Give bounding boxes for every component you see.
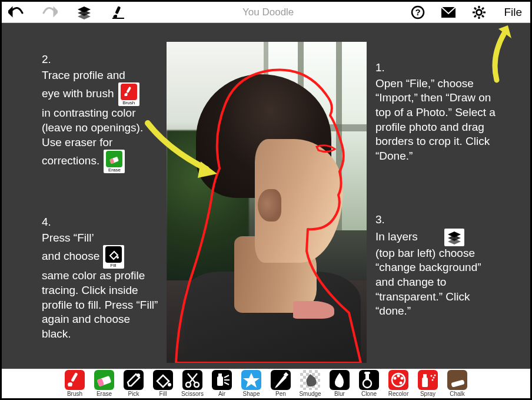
- svg-rect-33: [364, 372, 370, 374]
- svg-marker-29: [243, 373, 260, 388]
- layers-icon[interactable]: [76, 4, 92, 21]
- step1-text: Open “File,” choose “Import,” then “Draw…: [375, 77, 502, 164]
- step1-num: 1.: [375, 61, 502, 75]
- gear-icon[interactable]: [471, 4, 487, 21]
- svg-rect-1: [112, 18, 124, 19]
- brush-config-icon[interactable]: [110, 4, 127, 21]
- svg-point-5: [477, 9, 482, 15]
- instruction-step-2: 2. Trace profile and eye with brush Brus…: [42, 52, 159, 173]
- instruction-step-3: 3. In layers (top bar left) choose “chan…: [375, 213, 502, 319]
- tool-pick[interactable]: Pick: [121, 370, 147, 397]
- svg-point-42: [433, 377, 435, 379]
- svg-point-41: [431, 375, 433, 377]
- svg-line-13: [482, 8, 484, 9]
- tool-erase[interactable]: Erase: [91, 370, 117, 397]
- tool-brush[interactable]: Brush: [62, 370, 88, 397]
- tool-shape[interactable]: Shape: [238, 370, 264, 397]
- file-menu-button[interactable]: File: [501, 6, 524, 19]
- svg-point-44: [434, 375, 436, 376]
- svg-point-37: [401, 377, 404, 380]
- svg-rect-14: [126, 87, 131, 94]
- step4-text-a: Press “Fill’: [42, 232, 94, 244]
- svg-rect-28: [218, 373, 222, 376]
- svg-rect-0: [115, 6, 121, 14]
- svg-point-35: [394, 377, 397, 380]
- bottom-toolbar: BrushErasePickFillScissorsAirShapePenSmu…: [2, 369, 530, 398]
- svg-rect-39: [422, 378, 428, 387]
- layers-mini-icon: [444, 229, 464, 246]
- tool-fill[interactable]: Fill: [150, 370, 176, 397]
- tool-blur[interactable]: Blur: [327, 370, 353, 397]
- step4-text-c: same color as profile tracing. Click ins…: [42, 269, 158, 340]
- tool-spray[interactable]: Spray: [415, 370, 441, 397]
- step2-text-c: in contrasting color (leave no openings)…: [42, 107, 143, 148]
- top-toolbar: You Doodle ? File: [2, 2, 530, 23]
- tool-air[interactable]: Air: [209, 370, 235, 397]
- svg-point-38: [400, 382, 403, 385]
- redo-icon[interactable]: [42, 4, 58, 21]
- svg-point-17: [117, 256, 119, 259]
- help-icon[interactable]: ?: [410, 4, 426, 21]
- svg-rect-18: [71, 372, 78, 382]
- step2-num: 2.: [42, 52, 159, 67]
- tool-pen[interactable]: Pen: [268, 370, 294, 397]
- step3-num: 3.: [375, 213, 502, 227]
- step3-text-b: (top bar left) choose “change background…: [375, 247, 481, 318]
- tool-smudge[interactable]: Smudge: [297, 370, 323, 397]
- erase-mini-icon: Erase: [104, 150, 125, 173]
- step2-text-d: corrections.: [42, 154, 99, 167]
- tool-clone[interactable]: Clone: [356, 370, 382, 397]
- instruction-step-4: 4. Press “Fill’ and choose Fill same col…: [42, 215, 159, 342]
- step3-text-a: In layers: [375, 230, 418, 243]
- svg-line-10: [474, 8, 476, 9]
- canvas-photo[interactable]: [167, 42, 367, 363]
- step4-num: 4.: [42, 215, 159, 230]
- step2-text-a: Trace profile and: [42, 69, 125, 81]
- svg-point-22: [168, 383, 171, 386]
- step4-text-b: and choose: [42, 250, 99, 262]
- svg-point-21: [137, 373, 140, 377]
- undo-icon[interactable]: [8, 4, 24, 21]
- svg-text:?: ?: [415, 7, 421, 17]
- svg-point-36: [397, 375, 400, 378]
- svg-line-12: [474, 15, 476, 17]
- fill-mini-icon: Fill: [103, 245, 124, 269]
- tool-chalk[interactable]: Chalk: [444, 370, 470, 397]
- brush-mini-icon: Brush: [118, 82, 139, 106]
- svg-line-11: [482, 15, 484, 17]
- svg-rect-45: [451, 379, 464, 387]
- mail-icon[interactable]: [440, 4, 457, 21]
- tool-scissors[interactable]: Scissors: [179, 370, 205, 397]
- step2-text-b: eye with brush: [42, 87, 114, 100]
- svg-point-31: [363, 379, 371, 388]
- app-title: You Doodle: [127, 6, 410, 18]
- svg-rect-40: [423, 374, 427, 378]
- instruction-step-1: 1. Open “File,” choose “Import,” then “D…: [375, 61, 502, 164]
- svg-rect-27: [217, 376, 223, 386]
- tool-recolor[interactable]: Recolor: [385, 370, 411, 397]
- svg-point-43: [432, 379, 434, 381]
